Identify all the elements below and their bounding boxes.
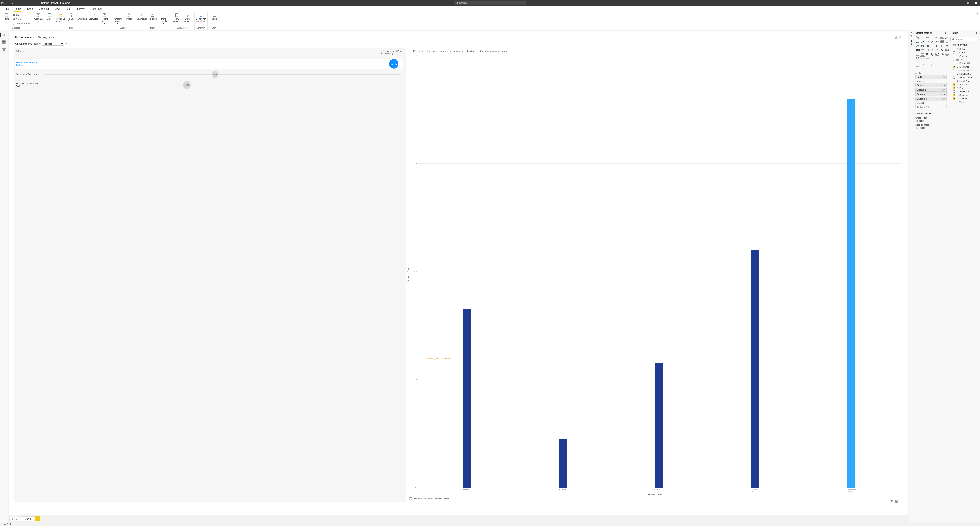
viz-type-icon[interactable] (930, 40, 934, 44)
only-influencers-checkbox[interactable] (409, 497, 412, 500)
maximize-button[interactable] (964, 0, 972, 6)
thumbs-down-icon[interactable] (899, 36, 902, 40)
field-checkbox[interactable] (953, 55, 956, 57)
excel-button[interactable]: Excel (44, 12, 55, 20)
chart-bar[interactable] (751, 250, 759, 488)
page-prev-button[interactable]: ◀ (10, 517, 14, 521)
field-item[interactable]: ΣSales (949, 47, 980, 51)
field-checkbox[interactable] (953, 69, 956, 72)
refresh-button[interactable]: Refresh (123, 12, 134, 20)
text-box-button[interactable]: Text box (147, 12, 158, 20)
chevron-right-icon[interactable]: ▶ (977, 32, 978, 34)
chart-bar[interactable] (846, 99, 855, 488)
chart-bar[interactable] (655, 363, 663, 488)
field-checkbox[interactable] (953, 73, 956, 75)
viz-type-icon[interactable] (915, 40, 920, 44)
viz-type-icon[interactable] (920, 36, 925, 40)
viz-type-icon[interactable] (940, 40, 944, 44)
field-item[interactable]: Discount Ba.. (949, 61, 980, 65)
viz-type-icon[interactable]: R (925, 53, 929, 56)
viz-type-icon[interactable] (925, 57, 929, 60)
viz-type-icon[interactable] (945, 44, 948, 48)
field-checkbox[interactable] (953, 59, 956, 61)
fields-well-tab[interactable] (916, 64, 920, 69)
tab-data-drill[interactable]: Data / Drill (88, 6, 105, 11)
filter-icon[interactable] (891, 500, 893, 504)
explain-field[interactable]: Product (915, 83, 947, 87)
key-influencers-visual[interactable]: Key influencers Top segments What influe… (11, 33, 906, 505)
viz-type-icon[interactable] (945, 53, 948, 56)
copy-button[interactable]: Copy (12, 17, 30, 21)
minimize-button[interactable] (956, 0, 964, 6)
viz-type-icon[interactable] (915, 57, 920, 60)
viz-type-icon[interactable] (940, 44, 944, 48)
influencer-row[interactable]: Units Sold is more than 54920.71K (16, 80, 403, 90)
tab-modeling[interactable]: Modeling (36, 6, 52, 11)
undo-icon[interactable] (6, 2, 9, 5)
cross-report-toggle[interactable] (920, 120, 924, 122)
focus-icon[interactable] (895, 500, 898, 504)
chevron-right-icon[interactable]: ▶ (945, 32, 947, 34)
more-visuals-button[interactable]: More visuals▾ (158, 12, 169, 24)
chart-bar[interactable] (463, 309, 471, 488)
viz-type-icon[interactable] (920, 40, 925, 44)
field-checkbox[interactable] (953, 94, 956, 96)
format-well-tab[interactable] (923, 64, 926, 69)
tab-view[interactable]: View (52, 6, 63, 11)
analyze-field[interactable]: Profit (915, 75, 947, 79)
explain-field[interactable]: Segment (915, 92, 947, 96)
viz-type-icon[interactable]: Py (930, 53, 934, 56)
field-item[interactable]: ΣProfit (949, 86, 980, 90)
field-item[interactable]: ΣManufactur.. (949, 72, 980, 76)
viz-type-icon[interactable] (915, 44, 920, 48)
viz-type-icon[interactable] (940, 53, 944, 56)
field-checkbox[interactable] (953, 90, 956, 92)
publish-button[interactable]: Publish (209, 12, 220, 20)
field-item[interactable]: ΣYear (949, 100, 980, 104)
field-item[interactable]: ΣSale Price (949, 90, 980, 93)
viz-type-icon[interactable] (935, 44, 939, 48)
new-visual-button[interactable]: New visual (137, 12, 147, 20)
enter-data-button[interactable]: Enter data (77, 12, 88, 20)
chevron-left-icon[interactable]: ◀ (910, 32, 912, 33)
add-page-button[interactable]: + (35, 516, 40, 521)
explain-field[interactable]: Units Sold (915, 97, 947, 101)
viz-type-icon[interactable] (940, 48, 944, 52)
viz-type-icon[interactable] (925, 36, 929, 40)
viz-type-icon[interactable] (925, 48, 929, 52)
field-checkbox[interactable] (953, 101, 956, 103)
field-checkbox[interactable] (953, 87, 956, 89)
viz-type-icon[interactable] (920, 44, 925, 48)
close-button[interactable] (972, 0, 980, 6)
table-header[interactable]: financials (949, 42, 980, 47)
report-view-button[interactable] (0, 33, 5, 37)
target-dropdown[interactable]: Increase (42, 42, 64, 46)
viz-type-icon[interactable] (925, 40, 929, 44)
tab-key-influencers[interactable]: Key influencers (15, 35, 34, 40)
field-item[interactable]: ΣDiscounts (949, 65, 980, 69)
viz-type-icon[interactable] (930, 48, 934, 52)
tab-file[interactable]: File (2, 6, 11, 11)
field-item[interactable]: ΣCOGS (949, 51, 980, 54)
field-checkbox[interactable] (953, 80, 956, 82)
field-checkbox[interactable] (953, 62, 956, 64)
pbi-datasets-button[interactable]: Power BI datasets (55, 12, 66, 22)
viz-type-icon[interactable] (930, 36, 934, 40)
viz-type-icon[interactable] (935, 53, 939, 56)
page-tab[interactable]: Page 1 (20, 516, 35, 521)
recent-sources-button[interactable]: Recent sources▾ (99, 12, 110, 24)
redo-icon[interactable] (11, 2, 13, 5)
field-item[interactable]: Country (949, 54, 980, 58)
tab-home[interactable]: Home (11, 6, 24, 11)
viz-type-icon[interactable] (915, 53, 920, 56)
viz-type-icon[interactable] (925, 44, 929, 48)
field-item[interactable]: Date (949, 58, 980, 61)
paste-button[interactable]: Paste (1, 12, 12, 20)
viz-type-icon[interactable] (935, 40, 939, 44)
field-checkbox[interactable] (953, 76, 956, 78)
help-icon[interactable]: ? (65, 42, 67, 45)
viz-type-icon[interactable] (940, 36, 944, 40)
field-checkbox[interactable] (953, 83, 956, 86)
field-checkbox[interactable] (953, 65, 956, 68)
filters-pane-collapsed[interactable]: ◀ Filters (909, 30, 913, 522)
